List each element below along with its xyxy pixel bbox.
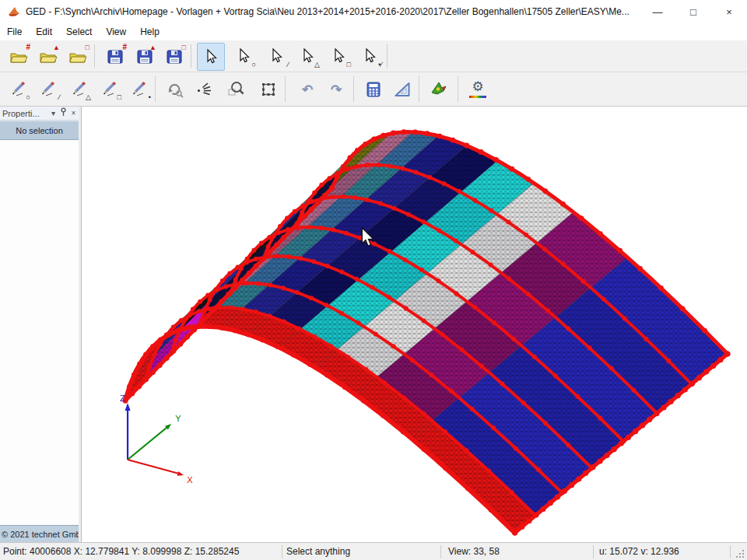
set-square-icon (393, 80, 412, 99)
separator (155, 76, 156, 102)
svg-text:Z: Z (120, 394, 125, 403)
separator (730, 545, 731, 558)
select-points-button[interactable]: ○ (230, 43, 258, 71)
separator (419, 76, 419, 102)
status-bar: Point: 40006608 X: 12.779841 Y: 8.099998… (0, 542, 747, 560)
menu-file[interactable]: File (0, 24, 29, 40)
separator (593, 545, 594, 558)
properties-panel-header: Properti... ▾ × (0, 107, 79, 121)
resize-grip[interactable] (736, 550, 744, 558)
triangle-overlay-icon: ▲ (53, 44, 60, 51)
save-points-button[interactable]: # (101, 43, 129, 71)
separator (285, 76, 286, 102)
ged-application-window: { "window": { "title": "GED - F:\\Synch\… (0, 0, 747, 560)
pencil-icon (9, 80, 28, 99)
square-overlay-icon: □ (182, 44, 186, 51)
rays-icon (195, 80, 214, 99)
separator (440, 545, 441, 558)
cursor-arrow-icon (330, 47, 349, 66)
square-overlay-icon: □ (86, 44, 89, 51)
redo-button[interactable]: ↷ (322, 75, 350, 103)
separator (94, 44, 95, 68)
zoom-rays-button[interactable] (191, 75, 219, 103)
redo-icon: ↷ (331, 83, 342, 96)
menu-help[interactable]: Help (133, 24, 167, 40)
draw-square-button[interactable]: □ (96, 75, 124, 103)
svg-text:X: X (187, 475, 193, 485)
color-scale-bar (469, 96, 486, 98)
menu-view[interactable]: View (99, 24, 133, 40)
line-suffix-icon: ∕ (287, 61, 289, 68)
save-triangles-button[interactable]: ▲ (131, 43, 159, 71)
square-suffix-icon: □ (117, 94, 121, 101)
calculate-button[interactable] (359, 75, 388, 103)
fem-mesh-icon (430, 80, 448, 99)
undo-button[interactable]: ↶ (293, 75, 321, 103)
draw-point-button[interactable]: ○ (5, 75, 33, 103)
select-nodes-button[interactable]: •∕ (356, 43, 384, 71)
pin-icon[interactable] (58, 107, 68, 120)
node-suffix-icon: •∕ (378, 61, 382, 68)
zoom-window-button[interactable] (222, 75, 250, 103)
close-button[interactable]: × (711, 0, 747, 23)
main-area: Properti... ▾ × No selection © 2021 tech… (0, 107, 747, 542)
triangle-suffix-icon: △ (314, 61, 320, 68)
node-suffix-icon: • (149, 94, 151, 101)
select-lines-button[interactable]: ∕ (263, 43, 291, 71)
pencil-icon (39, 80, 58, 99)
select-triangles-button[interactable]: △ (294, 43, 322, 71)
select-tool-button[interactable] (197, 43, 225, 71)
select-squares-button[interactable]: □ (325, 43, 353, 71)
menu-edit[interactable]: Edit (29, 24, 59, 40)
properties-panel: Properti... ▾ × No selection © 2021 tech… (0, 107, 81, 542)
panel-close-icon[interactable]: × (68, 107, 79, 119)
hash-overlay-icon: # (26, 44, 30, 51)
open-points-button[interactable]: # (5, 43, 33, 71)
open-folder-icon (68, 47, 87, 66)
minimize-button[interactable]: — (640, 0, 675, 23)
maximize-button[interactable]: □ (675, 0, 711, 23)
menu-select[interactable]: Select (59, 24, 99, 40)
status-point-coords: Point: 40006608 X: 12.779841 Y: 8.099998… (3, 546, 239, 557)
selection-status-bar: No selection (0, 121, 79, 140)
separator (191, 44, 191, 68)
vault-model-drawing: ZYX (82, 107, 747, 542)
hash-overlay-icon: # (122, 44, 127, 51)
window-title: GED - F:\Synch\Archiv\Homepage - Vorlage… (26, 6, 640, 17)
collapse-chevron-icon[interactable]: ▾ (48, 107, 58, 119)
fem-results-button[interactable] (425, 75, 453, 103)
open-triangles-button[interactable]: ▲ (34, 43, 62, 71)
settings-button[interactable]: ⚙ (464, 75, 492, 103)
status-uv-coords: u: 15.072 v: 12.936 (599, 546, 679, 557)
floppy-disk-icon (165, 47, 184, 66)
cursor-arrow-icon (235, 47, 254, 66)
separator (353, 76, 354, 102)
circle-suffix-icon: ○ (252, 61, 256, 68)
cursor-arrow-icon (268, 47, 286, 66)
status-hint: Select anything (286, 546, 350, 557)
undo-icon: ↶ (302, 83, 313, 96)
toolbar-edit-view: ○ ∕ △ □ (0, 72, 747, 107)
cursor-arrow-icon (361, 47, 380, 66)
separator (458, 76, 458, 102)
triangle-suffix-icon: △ (86, 94, 91, 101)
draw-line-button[interactable]: ∕ (34, 75, 62, 103)
viewport-canvas[interactable]: ZYX (81, 107, 747, 542)
circle-suffix-icon: ○ (26, 94, 30, 101)
save-squares-button[interactable]: □ (160, 43, 188, 71)
pencil-icon (130, 80, 149, 99)
orbit-view-button[interactable] (161, 75, 189, 103)
gear-icon: ⚙ (472, 79, 483, 94)
line-suffix-icon: ∕ (58, 94, 60, 101)
open-squares-button[interactable]: □ (64, 43, 92, 71)
extents-frame-icon (259, 80, 278, 99)
separator (282, 545, 282, 558)
draw-node-button[interactable]: • (125, 75, 153, 103)
properties-panel-title: Properti... (2, 109, 48, 118)
pencil-icon (100, 80, 119, 99)
draw-triangle-button[interactable]: △ (65, 75, 93, 103)
app-logo-icon (8, 5, 20, 18)
measure-button[interactable] (388, 75, 416, 103)
magnifier-icon (226, 80, 245, 99)
zoom-extents-button[interactable] (254, 75, 282, 103)
